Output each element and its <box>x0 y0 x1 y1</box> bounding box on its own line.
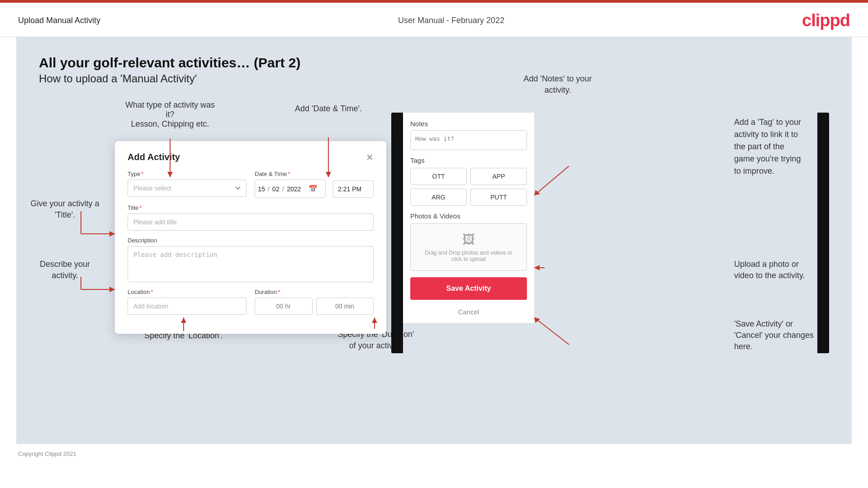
time-input[interactable] <box>333 180 374 198</box>
tag-putt[interactable]: PUTT <box>470 189 527 206</box>
logo-area: clippd <box>802 11 850 30</box>
tag-arg[interactable]: ARG <box>410 189 467 206</box>
modal-title: Add Activity <box>128 152 180 162</box>
tags-grid: OTT APP ARG PUTT <box>410 168 527 206</box>
callout-describe: Describe youractivity. <box>30 259 100 281</box>
manual-title: User Manual - February 2022 <box>398 16 504 25</box>
page-title: Upload Manual Activity <box>18 16 100 25</box>
phone-right-bar <box>817 113 829 353</box>
save-activity-button[interactable]: Save Activity <box>410 277 527 300</box>
title-group: Title* <box>128 204 374 231</box>
date-year[interactable] <box>284 181 304 197</box>
duration-inputs <box>255 298 374 315</box>
cancel-button[interactable]: Cancel <box>410 304 527 319</box>
copyright: Copyright Clippd 2021 <box>18 450 76 457</box>
date-month[interactable] <box>270 181 282 197</box>
date-input-group: / / 📅 <box>255 180 326 198</box>
location-group: Location* <box>128 289 247 315</box>
type-datetime-row: Type* Please select Date & Time* / / <box>128 171 374 198</box>
datetime-label: Date & Time* <box>255 171 374 177</box>
duration-group: Duration* <box>255 289 374 315</box>
callout-date-time: Add 'Date & Time'. <box>283 104 374 114</box>
svg-marker-6 <box>109 231 115 237</box>
photo-upload-area[interactable]: 🖼 Drag and Drop photos and videos orclic… <box>410 223 527 271</box>
footer: Copyright Clippd 2021 <box>0 444 868 464</box>
callout-notes: Add 'Notes' to youractivity. <box>508 73 607 96</box>
close-button[interactable]: ✕ <box>366 153 374 162</box>
description-label: Description <box>128 237 374 244</box>
type-select[interactable]: Please select <box>128 180 247 197</box>
modal-header: Add Activity ✕ <box>128 152 374 162</box>
svg-marker-18 <box>534 190 540 195</box>
duration-min-input[interactable] <box>316 298 374 315</box>
notes-input[interactable] <box>410 130 527 150</box>
location-input[interactable] <box>128 298 247 315</box>
add-activity-modal: Add Activity ✕ Type* Please select Date … <box>115 141 386 334</box>
type-label: Type* <box>128 171 247 177</box>
datetime-group: Date & Time* / / 📅 <box>255 171 374 198</box>
description-textarea[interactable] <box>128 246 374 282</box>
callout-give-title: Give your activity a'Title'. <box>30 198 100 221</box>
date-day[interactable] <box>255 181 268 197</box>
svg-marker-20 <box>534 265 540 270</box>
notes-label: Notes <box>410 120 527 128</box>
tags-label: Tags <box>410 156 527 164</box>
svg-marker-9 <box>109 287 115 292</box>
tag-app[interactable]: APP <box>470 168 527 185</box>
location-label: Location* <box>128 289 247 295</box>
type-group: Type* Please select <box>128 171 247 198</box>
svg-marker-22 <box>534 317 540 323</box>
upload-text: Drag and Drop photos and videos orclick … <box>411 250 526 262</box>
page-subheading: How to upload a 'Manual Activity' <box>39 72 829 85</box>
callout-what-type: What type of activity was it? Lesson, Ch… <box>120 100 220 129</box>
upload-icon: 🖼 <box>411 232 526 247</box>
calendar-icon[interactable]: 📅 <box>304 180 322 198</box>
svg-line-21 <box>534 317 569 345</box>
duration-hr-input[interactable] <box>255 298 313 315</box>
description-group: Description <box>128 237 374 282</box>
phone-panel: Notes Tags OTT APP ARG PUTT Photos & Vid… <box>403 113 534 323</box>
location-duration-row: Location* Duration* <box>128 289 374 315</box>
phone-left-bar <box>391 113 403 353</box>
duration-label: Duration* <box>255 289 374 295</box>
photos-label: Photos & Videos <box>410 212 527 220</box>
svg-line-17 <box>534 166 569 195</box>
tag-ott[interactable]: OTT <box>410 168 467 185</box>
title-label: Title* <box>128 204 374 211</box>
header: Upload Manual Activity User Manual - Feb… <box>0 3 868 37</box>
page-heading: All your golf-relevant activities… (Part… <box>39 55 829 71</box>
main-content: All your golf-relevant activities… (Part… <box>16 37 852 444</box>
title-input[interactable] <box>128 213 374 231</box>
clippd-logo: clippd <box>802 11 850 30</box>
